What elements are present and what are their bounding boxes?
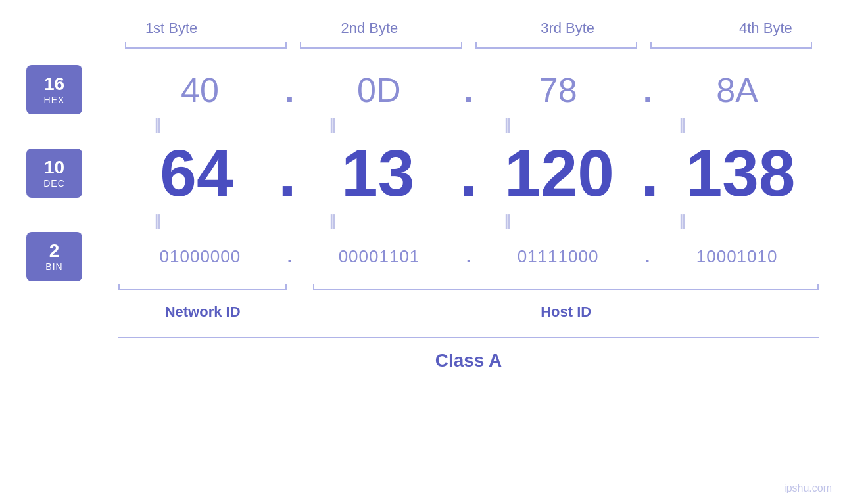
eq3: ‖: [423, 118, 598, 132]
dec-val-1: 64: [118, 135, 275, 211]
bracket-2: [300, 42, 462, 55]
bracket-1: [125, 42, 287, 55]
dec-values: 64 . 13 . 120 . 138: [118, 135, 819, 211]
dec-val-2: 13: [300, 135, 456, 211]
byte2-header: 2nd Byte: [270, 20, 468, 42]
class-section: Class A: [118, 337, 819, 371]
eq5: ‖: [72, 214, 247, 229]
watermark: ipshu.com: [784, 482, 832, 494]
dec-label-box: 10 DEC: [26, 149, 82, 198]
dot-spacer-1: [287, 289, 313, 321]
bin-val-1: 01000000: [118, 246, 282, 267]
bin-base-num: 2: [49, 241, 60, 262]
bin-row: 2 BIN 01000000 . 00001101 . 01111000 . 1…: [26, 232, 819, 281]
class-bracket-line: [118, 337, 819, 338]
bin-val-2: 00001101: [297, 246, 461, 267]
network-bracket-left: [118, 284, 120, 290]
eq1: ‖: [72, 118, 247, 132]
equals-row-1: ‖ ‖ ‖ ‖: [72, 118, 773, 132]
eq2: ‖: [247, 118, 422, 132]
bracket-3: [475, 42, 637, 55]
bin-dot-1: .: [287, 246, 292, 267]
bin-dot-3: .: [645, 246, 650, 267]
bin-dot-2: .: [466, 246, 471, 267]
hex-val-2: 0D: [297, 70, 460, 110]
eq7: ‖: [423, 214, 598, 229]
host-bracket-left: [313, 284, 314, 290]
dec-val-4: 138: [662, 135, 819, 211]
id-labels-row: Network ID Host ID: [118, 289, 819, 321]
host-id-bracket: Host ID: [313, 289, 819, 321]
header-brackets: [118, 42, 819, 55]
hex-val-4: 8A: [656, 70, 819, 110]
byte4-header: 4th Byte: [667, 20, 845, 42]
hex-val-3: 78: [477, 70, 640, 110]
network-id-label: Network ID: [118, 297, 287, 321]
class-label: Class A: [118, 345, 819, 371]
hex-val-1: 40: [118, 70, 281, 110]
hex-dot-3: .: [643, 70, 652, 110]
host-bracket-line: [313, 289, 819, 290]
network-id-bracket: Network ID: [118, 289, 287, 321]
hex-base-num: 16: [44, 74, 64, 95]
bin-values: 01000000 . 00001101 . 01111000 . 1000101…: [118, 246, 819, 267]
network-bracket-line: [118, 289, 287, 290]
bin-label-box: 2 BIN: [26, 232, 82, 281]
eq6: ‖: [247, 214, 422, 229]
bin-val-4: 10001010: [655, 246, 819, 267]
bin-base-label: BIN: [45, 262, 62, 272]
bin-val-3: 01111000: [476, 246, 640, 267]
host-id-label: Host ID: [313, 297, 819, 321]
main-container: 1st Byte 2nd Byte 3rd Byte 4th Byte 16 H…: [0, 0, 845, 504]
hex-dot-1: .: [285, 70, 294, 110]
equals-row-2: ‖ ‖ ‖ ‖: [72, 214, 773, 229]
host-bracket-right: [817, 284, 819, 290]
eq8: ‖: [598, 214, 773, 229]
bracket-4: [650, 42, 812, 55]
dec-row: 10 DEC 64 . 13 . 120 . 138: [26, 135, 819, 211]
dec-base-num: 10: [44, 158, 64, 178]
hex-base-label: HEX: [44, 95, 65, 105]
hex-row: 16 HEX 40 . 0D . 78 . 8A: [26, 65, 819, 114]
hex-dot-2: .: [464, 70, 473, 110]
byte1-header: 1st Byte: [72, 20, 270, 42]
dec-base-label: DEC: [43, 178, 65, 189]
hex-label-box: 16 HEX: [26, 65, 82, 114]
byte3-header: 3rd Byte: [469, 20, 667, 42]
eq4: ‖: [598, 118, 773, 132]
byte-headers: 1st Byte 2nd Byte 3rd Byte 4th Byte: [72, 20, 845, 42]
network-bracket-right: [285, 284, 287, 290]
hex-values: 40 . 0D . 78 . 8A: [118, 70, 819, 110]
dec-dot-2: .: [460, 135, 478, 211]
dec-dot-1: .: [278, 135, 297, 211]
dec-dot-3: .: [640, 135, 659, 211]
dec-val-3: 120: [481, 135, 637, 211]
